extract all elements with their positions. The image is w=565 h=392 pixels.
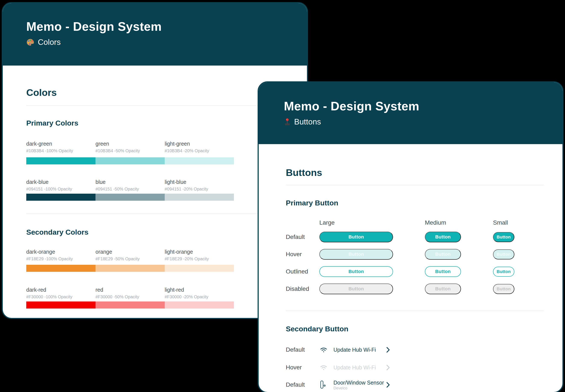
size-header-medium: Medium	[425, 219, 493, 226]
primary-button-default-medium[interactable]: Button	[425, 232, 461, 242]
chevron-right-icon	[386, 347, 390, 353]
colors-card-title: Memo - Design System	[26, 20, 307, 33]
button-state-row-default: Default Button Button Button	[286, 232, 544, 242]
color-swatch	[96, 157, 165, 164]
swatch-spec: #094151 -100% Opacity	[26, 186, 96, 192]
button-state-row-disabled: Disabled Button Button Button	[286, 283, 544, 294]
state-label: Hover	[286, 251, 319, 258]
primary-button-outlined-large[interactable]: Button	[319, 266, 393, 277]
swatch-name: dark-blue	[26, 179, 96, 185]
state-label: Default	[286, 381, 319, 388]
divider	[286, 310, 544, 311]
color-swatch	[26, 157, 96, 164]
swatch-name: blue	[96, 179, 165, 185]
secondary-button-update-hub-wifi[interactable]: Update Hub Wi-Fi	[319, 346, 390, 353]
primary-button-heading: Primary Button	[286, 198, 544, 207]
swatch-spec: #10B3B4 -50% Opacity	[96, 148, 165, 153]
secondary-link-label: Update Hub Wi-Fi	[333, 364, 376, 370]
swatch-name: green	[96, 140, 165, 147]
size-header-large: Large	[319, 219, 425, 226]
swatch-name: orange	[96, 249, 165, 255]
swatch-spec: #F18E29 -20% Opacity	[165, 256, 234, 261]
wifi-icon	[319, 346, 333, 353]
state-label: Default	[286, 234, 319, 240]
swatch-label: light-orange #F18E29 -20% Opacity	[165, 249, 234, 261]
wifi-icon	[319, 364, 333, 371]
chevron-right-icon	[386, 382, 390, 388]
swatch-spec: #F18E29 -50% Opacity	[96, 256, 165, 261]
button-state-row-hover: Hover Button Button Button	[286, 249, 544, 260]
swatch-name: light-orange	[165, 249, 234, 255]
swatch-label: light-red #F30000 -20% Opacity	[165, 287, 234, 299]
swatch-name: light-blue	[165, 179, 234, 185]
secondary-link-label: Update Hub Wi-Fi	[333, 347, 376, 353]
chevron-right-icon	[386, 365, 390, 370]
buttons-card: Memo - Design System Buttons Buttons Pri…	[258, 81, 564, 392]
secondary-button-row-hover: Hover Update Hub Wi-Fi	[286, 361, 544, 374]
primary-button-outlined-medium[interactable]: Button	[425, 266, 461, 277]
secondary-button-row-sensor: Default Door/Window Sensor Develco	[286, 378, 544, 391]
primary-button-hover-large[interactable]: Button	[319, 249, 393, 260]
swatch-spec: #F18E29 -100% Opacity	[26, 256, 96, 261]
swatch-label: dark-blue #094151 -100% Opacity	[26, 179, 96, 192]
swatch-label: blue #094151 -50% Opacity	[96, 179, 165, 192]
buttons-card-header: Memo - Design System Buttons	[259, 83, 563, 144]
state-label: Disabled	[286, 285, 319, 292]
swatch-bar	[26, 157, 234, 164]
swatch-label: orange #F18E29 -50% Opacity	[96, 249, 165, 261]
primary-button-disabled-small[interactable]: Button	[493, 284, 514, 294]
colors-card-subtitle-label: Colors	[38, 38, 61, 47]
swatch-label: dark-orange #F18E29 -100% Opacity	[26, 249, 96, 261]
secondary-button-update-hub-wifi-hover[interactable]: Update Hub Wi-Fi	[319, 364, 390, 371]
primary-button-default-large[interactable]: Button	[319, 232, 393, 242]
swatch-bar	[26, 301, 234, 308]
color-swatch	[165, 194, 234, 201]
palette-icon	[26, 38, 34, 46]
color-swatch	[26, 194, 96, 201]
door-window-sensor-icon	[319, 380, 333, 390]
swatch-label: red #F30000 -50% Opacity	[96, 287, 165, 299]
primary-button-disabled-medium[interactable]: Button	[425, 283, 461, 294]
primary-button-disabled-large[interactable]: Button	[319, 283, 393, 294]
secondary-link-label-wrap: Door/Window Sensor Develco	[333, 379, 386, 390]
swatch-label: light-green #10B3B4 -20% Opacity	[165, 140, 234, 153]
swatch-spec: #094151 -20% Opacity	[165, 186, 234, 192]
buttons-card-body: Buttons Primary Button Large Medium Smal…	[259, 144, 563, 391]
state-label: Hover	[286, 364, 319, 371]
swatch-spec: #10B3B4 -20% Opacity	[165, 148, 234, 153]
swatch-spec: #094151 -50% Opacity	[96, 186, 165, 192]
color-swatch	[165, 265, 234, 272]
size-header-small: Small	[493, 219, 514, 226]
size-header-row: Large Medium Small	[286, 219, 544, 226]
swatch-name: light-red	[165, 287, 234, 293]
primary-button-hover-medium[interactable]: Button	[425, 249, 461, 260]
swatch-name: dark-red	[26, 287, 96, 293]
color-swatch	[26, 301, 96, 308]
state-label: Default	[286, 346, 319, 353]
divider	[286, 185, 544, 185]
swatch-spec: #F30000 -20% Opacity	[165, 294, 234, 299]
swatch-spec: #10B3B4 -100% Opacity	[26, 148, 96, 153]
swatch-label: light-blue #094151 -20% Opacity	[165, 179, 234, 192]
state-label: Outlined	[286, 268, 319, 275]
swatch-name: dark-green	[26, 140, 96, 147]
swatch-name: red	[96, 287, 165, 293]
swatch-label: dark-red #F30000 -100% Opacity	[26, 287, 96, 299]
swatch-spec: #F30000 -100% Opacity	[26, 294, 96, 299]
buttons-card-subtitle-label: Buttons	[294, 117, 321, 126]
primary-button-outlined-small[interactable]: Button	[493, 267, 514, 277]
color-swatch	[165, 157, 234, 164]
buttons-card-title: Memo - Design System	[284, 99, 563, 113]
swatch-name: dark-orange	[26, 249, 96, 255]
joystick-icon	[284, 118, 291, 126]
buttons-card-subtitle: Buttons	[284, 117, 563, 126]
swatch-spec: #F30000 -50% Opacity	[96, 294, 165, 299]
primary-button-hover-small[interactable]: Button	[493, 249, 514, 259]
secondary-button-door-window-sensor[interactable]: Door/Window Sensor Develco	[319, 379, 390, 390]
primary-button-default-small[interactable]: Button	[493, 232, 514, 242]
swatch-bar	[26, 265, 234, 272]
swatch-label: dark-green #10B3B4 -100% Opacity	[26, 140, 96, 153]
color-swatch	[96, 265, 165, 272]
page-canvas: { "theme": { "page_bg": "#000000", "head…	[0, 0, 565, 392]
secondary-link-label: Door/Window Sensor	[333, 380, 384, 386]
